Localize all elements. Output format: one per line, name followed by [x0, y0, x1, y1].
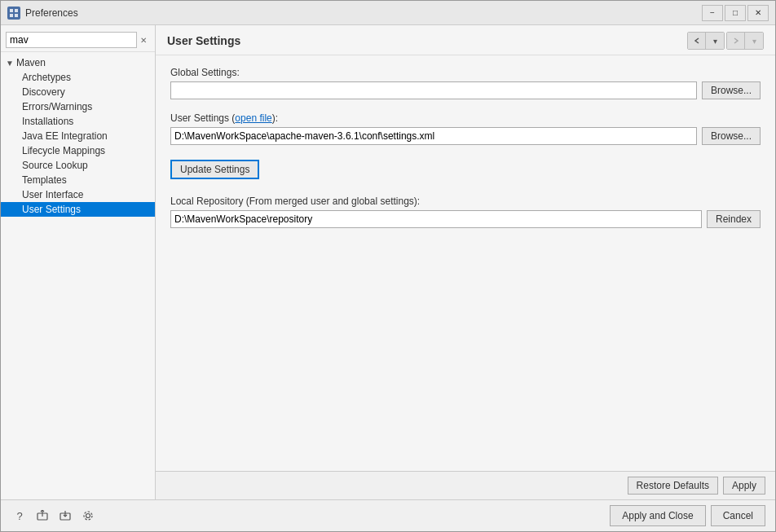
- content-header: User Settings ▾ ▾: [156, 25, 775, 55]
- update-settings-group: Update Settings: [170, 158, 761, 179]
- tree-item-maven[interactable]: ▼ Maven: [1, 55, 155, 70]
- sidebar-label-user-interface: User Interface: [22, 189, 83, 200]
- sidebar-item-user-interface[interactable]: User Interface: [1, 187, 155, 202]
- minimize-button[interactable]: −: [702, 5, 723, 21]
- nav-forward-button[interactable]: [727, 33, 745, 49]
- content-title: User Settings: [167, 34, 240, 47]
- content-area: User Settings ▾ ▾: [156, 25, 775, 499]
- sidebar-label-installations: Installations: [22, 116, 73, 127]
- sidebar-label-java-ee: Java EE Integration: [22, 130, 108, 142]
- expand-icon: ▼: [6, 59, 14, 68]
- sidebar-label-errors-warnings: Errors/Warnings: [22, 101, 92, 112]
- svg-rect-2: [10, 14, 13, 17]
- local-repo-input[interactable]: [170, 210, 702, 228]
- apply-button[interactable]: Apply: [723, 477, 765, 495]
- sidebar-item-java-ee[interactable]: Java EE Integration: [1, 129, 155, 143]
- local-repo-group: Local Repository (From merged user and g…: [170, 196, 761, 228]
- bottom-bar: Restore Defaults Apply: [156, 471, 775, 499]
- export-icon[interactable]: [33, 507, 51, 525]
- settings-icon[interactable]: [79, 507, 97, 525]
- sidebar-item-user-settings[interactable]: User Settings: [1, 202, 155, 217]
- user-settings-group: User Settings (open file): Browse...: [170, 112, 761, 145]
- main-content: ✕ ▼ Maven Archetypes Discovery Errors/Wa…: [1, 25, 775, 499]
- footer-buttons: Apply and Close Cancel: [610, 505, 765, 526]
- global-settings-row: Browse...: [170, 81, 761, 99]
- footer-bar: ?: [1, 499, 775, 531]
- global-settings-input[interactable]: [170, 81, 697, 99]
- sidebar-item-source-lookup[interactable]: Source Lookup: [1, 158, 155, 173]
- local-repo-label: Local Repository (From merged user and g…: [170, 196, 761, 207]
- sidebar-label-source-lookup: Source Lookup: [22, 160, 88, 171]
- preferences-window: Preferences − □ ✕ ✕ ▼ Maven Archetypes D…: [0, 0, 776, 532]
- svg-rect-3: [15, 14, 18, 17]
- user-settings-input[interactable]: [170, 127, 697, 145]
- sidebar-label-lifecycle: Lifecycle Mappings: [22, 145, 105, 156]
- search-box: ✕: [1, 29, 155, 52]
- nav-forward-group: ▾: [726, 32, 764, 50]
- user-settings-label: User Settings (open file):: [170, 112, 761, 124]
- content-body: Global Settings: Browse... User Settings…: [156, 55, 775, 471]
- maximize-button[interactable]: □: [725, 5, 746, 21]
- local-repo-row: Reindex: [170, 210, 761, 228]
- sidebar-label-archetypes: Archetypes: [22, 72, 71, 83]
- svg-rect-0: [10, 9, 13, 12]
- user-settings-browse-button[interactable]: Browse...: [702, 127, 761, 145]
- nav-forward-dropdown-button[interactable]: ▾: [745, 33, 763, 49]
- reindex-button[interactable]: Reindex: [707, 210, 761, 228]
- sidebar-label-discovery: Discovery: [22, 86, 65, 98]
- footer-icons: ?: [11, 507, 97, 525]
- global-settings-group: Global Settings: Browse...: [170, 67, 761, 99]
- cancel-button[interactable]: Cancel: [711, 505, 765, 526]
- global-settings-browse-button[interactable]: Browse...: [702, 81, 761, 99]
- sidebar-item-lifecycle[interactable]: Lifecycle Mappings: [1, 143, 155, 158]
- tree-label-maven: Maven: [16, 57, 46, 68]
- sidebar-item-discovery[interactable]: Discovery: [1, 85, 155, 99]
- restore-defaults-button[interactable]: Restore Defaults: [628, 477, 718, 495]
- sidebar-item-installations[interactable]: Installations: [1, 114, 155, 129]
- sidebar-item-errors-warnings[interactable]: Errors/Warnings: [1, 99, 155, 114]
- help-icon[interactable]: ?: [11, 507, 29, 525]
- global-settings-label: Global Settings:: [170, 67, 761, 78]
- window-icon: [7, 7, 20, 20]
- import-icon[interactable]: [56, 507, 74, 525]
- window-title: Preferences: [25, 7, 702, 19]
- user-settings-row: Browse...: [170, 127, 761, 145]
- sidebar: ✕ ▼ Maven Archetypes Discovery Errors/Wa…: [1, 25, 156, 499]
- sidebar-label-templates: Templates: [22, 174, 67, 186]
- sidebar-item-archetypes[interactable]: Archetypes: [1, 70, 155, 85]
- sidebar-label-user-settings: User Settings: [22, 204, 81, 215]
- open-file-link[interactable]: open file: [235, 112, 271, 124]
- window-controls: − □ ✕: [702, 5, 769, 21]
- apply-close-button[interactable]: Apply and Close: [610, 505, 705, 526]
- title-bar: Preferences − □ ✕: [1, 1, 775, 25]
- nav-back-dropdown-button[interactable]: ▾: [706, 33, 724, 49]
- search-input[interactable]: [6, 32, 137, 48]
- sidebar-item-templates[interactable]: Templates: [1, 173, 155, 187]
- nav-back-group: ▾: [687, 32, 725, 50]
- svg-point-8: [86, 514, 90, 518]
- search-clear-icon[interactable]: ✕: [137, 33, 150, 46]
- update-settings-button[interactable]: Update Settings: [170, 160, 259, 179]
- svg-rect-1: [15, 9, 18, 12]
- svg-point-9: [84, 512, 92, 520]
- nav-back-button[interactable]: [688, 33, 706, 49]
- nav-buttons: ▾ ▾: [687, 32, 764, 50]
- close-button[interactable]: ✕: [747, 5, 769, 21]
